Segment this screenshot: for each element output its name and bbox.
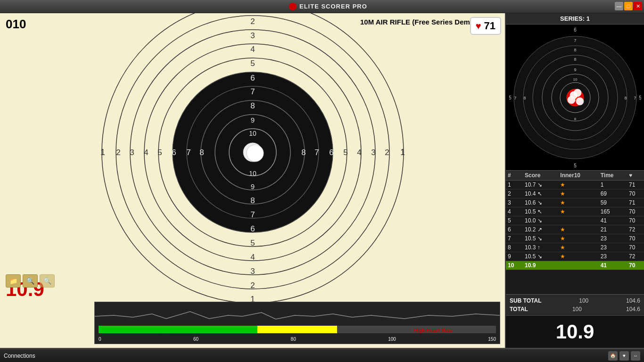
cell-heart: 71 xyxy=(627,181,644,189)
svg-text:4: 4 xyxy=(250,45,255,54)
svg-text:5: 5 xyxy=(343,148,347,157)
table-row: 7 10.5 ↘ ★ 23 70 xyxy=(506,234,644,243)
table-row: 2 10.4 ↖ ★ 69 70 xyxy=(506,189,644,198)
svg-point-75 xyxy=(570,91,578,99)
cell-time: 41 xyxy=(599,216,627,225)
cell-num: 6 xyxy=(506,225,523,234)
folder-button[interactable]: 📁 xyxy=(6,274,21,288)
tool-icons: 📁 🔍 🔍 xyxy=(6,274,55,288)
window-controls: — □ ✕ xyxy=(615,2,642,10)
mini-target-svg: 6 5 5 5 7 8 7 7 8 8 10 xyxy=(509,27,641,168)
total-score: 104.6 xyxy=(626,306,640,313)
zoom-in-button[interactable]: 🔍 xyxy=(23,274,38,288)
cell-inner10: ★ xyxy=(558,252,598,261)
maximize-button[interactable]: □ xyxy=(624,2,633,10)
cell-num: 8 xyxy=(506,243,523,252)
svg-text:6: 6 xyxy=(574,27,577,33)
app-title: ELITE SCORER PRO xyxy=(299,3,367,10)
svg-text:2: 2 xyxy=(116,148,120,157)
cell-heart: 70 xyxy=(627,189,644,198)
hr-high-label: High Heart Rate xyxy=(413,328,453,333)
svg-text:2: 2 xyxy=(250,281,255,290)
cell-time: 1 xyxy=(599,181,627,189)
svg-text:7: 7 xyxy=(186,148,190,157)
subtotal-score: 104.6 xyxy=(626,297,640,304)
cell-num: 2 xyxy=(506,189,523,198)
cell-score: 10.2 ↗ xyxy=(523,225,558,234)
svg-text:6: 6 xyxy=(250,74,255,82)
cell-num: 5 xyxy=(506,216,523,225)
score-table: # Score Inner10 Time ♥ 1 10.7 ↘ ★ 1 71 2… xyxy=(506,171,644,294)
cell-num: 3 xyxy=(506,198,523,207)
cell-num: 9 xyxy=(506,252,523,261)
close-button[interactable]: ✕ xyxy=(634,2,642,10)
cell-num: 7 xyxy=(506,234,523,243)
cell-num: 10 xyxy=(506,261,523,270)
cell-heart: 71 xyxy=(627,198,644,207)
cell-score: 10.5 ↘ xyxy=(523,234,558,243)
target-svg: 1 1 1 1 2 2 2 2 3 3 3 3 4 4 4 4 5 5 5 5 xyxy=(92,13,413,313)
main-content: 010 10M AIR RIFLE (Free Series Demo) ♥ 7… xyxy=(0,13,644,348)
svg-text:5: 5 xyxy=(509,95,512,100)
svg-text:7: 7 xyxy=(314,148,319,157)
svg-text:7: 7 xyxy=(250,210,255,219)
conn-icon-1: 🏠 xyxy=(608,351,618,361)
svg-text:9: 9 xyxy=(250,116,254,124)
table-row: 9 10.5 ↘ ★ 23 72 xyxy=(506,252,644,261)
svg-text:7: 7 xyxy=(634,96,636,100)
zoom-out-button[interactable]: 🔍 xyxy=(40,274,55,288)
cell-inner10: ★ xyxy=(558,207,598,216)
minimize-button[interactable]: — xyxy=(615,2,623,10)
titlebar: ELITE SCORER PRO — □ ✕ xyxy=(0,0,644,13)
cell-heart: 70 xyxy=(627,261,644,270)
svg-text:5: 5 xyxy=(639,95,641,100)
table-row: 6 10.2 ↗ ★ 21 72 xyxy=(506,225,644,234)
svg-text:8: 8 xyxy=(199,148,204,157)
cell-heart: 72 xyxy=(627,252,644,261)
svg-text:5: 5 xyxy=(157,148,162,157)
col-header-heart: ♥ xyxy=(627,171,644,181)
cell-inner10 xyxy=(558,261,598,270)
col-header-num: # xyxy=(506,171,523,181)
statusbar: Connections 🏠 ♥ ↔ xyxy=(0,349,644,362)
svg-text:6: 6 xyxy=(172,148,176,157)
cell-inner10 xyxy=(558,216,598,225)
svg-text:2: 2 xyxy=(385,148,389,157)
svg-text:10: 10 xyxy=(573,77,577,82)
svg-text:1: 1 xyxy=(400,148,405,157)
logo-icon xyxy=(289,3,297,10)
svg-text:8: 8 xyxy=(574,57,576,62)
svg-text:1: 1 xyxy=(100,148,105,157)
hr-marker-100: 100 xyxy=(388,337,396,342)
cell-inner10: ★ xyxy=(558,243,598,252)
cell-inner10: ★ xyxy=(558,181,598,189)
svg-text:8: 8 xyxy=(250,196,255,205)
series-header: SERIES: 1 xyxy=(506,13,644,25)
hr-marker-0: 0 xyxy=(99,337,101,342)
cell-score: 10.9 xyxy=(523,261,558,270)
cell-score: 10.0 ↘ xyxy=(523,216,558,225)
big-score-right: 10.9 xyxy=(506,315,644,348)
svg-text:5: 5 xyxy=(250,59,255,68)
app-logo: ELITE SCORER PRO xyxy=(289,3,367,10)
cell-num: 4 xyxy=(506,207,523,216)
table-row: 1 10.7 ↘ ★ 1 71 xyxy=(506,181,644,189)
cell-heart: 70 xyxy=(627,234,644,243)
cell-score: 10.3 ↑ xyxy=(523,243,558,252)
target-canvas-container: 1 1 1 1 2 2 2 2 3 3 3 3 4 4 4 4 5 5 5 5 xyxy=(0,13,505,291)
svg-text:8: 8 xyxy=(624,96,627,100)
connections-label: Connections xyxy=(4,353,35,359)
cell-time: 59 xyxy=(599,198,627,207)
hr-marker-60: 60 xyxy=(193,337,198,342)
svg-text:4: 4 xyxy=(357,148,361,157)
svg-text:9: 9 xyxy=(250,182,254,190)
cell-time: 69 xyxy=(599,189,627,198)
heart-score-value: 71 xyxy=(484,20,495,32)
svg-point-48 xyxy=(247,145,264,162)
target-area: 010 10M AIR RIFLE (Free Series Demo) ♥ 7… xyxy=(0,13,505,348)
cell-time: 21 xyxy=(599,225,627,234)
svg-text:7: 7 xyxy=(514,96,516,100)
heart-score-badge: ♥ 71 xyxy=(470,17,501,35)
col-header-score: Score xyxy=(523,171,558,181)
col-header-inner10: Inner10 xyxy=(558,171,598,181)
